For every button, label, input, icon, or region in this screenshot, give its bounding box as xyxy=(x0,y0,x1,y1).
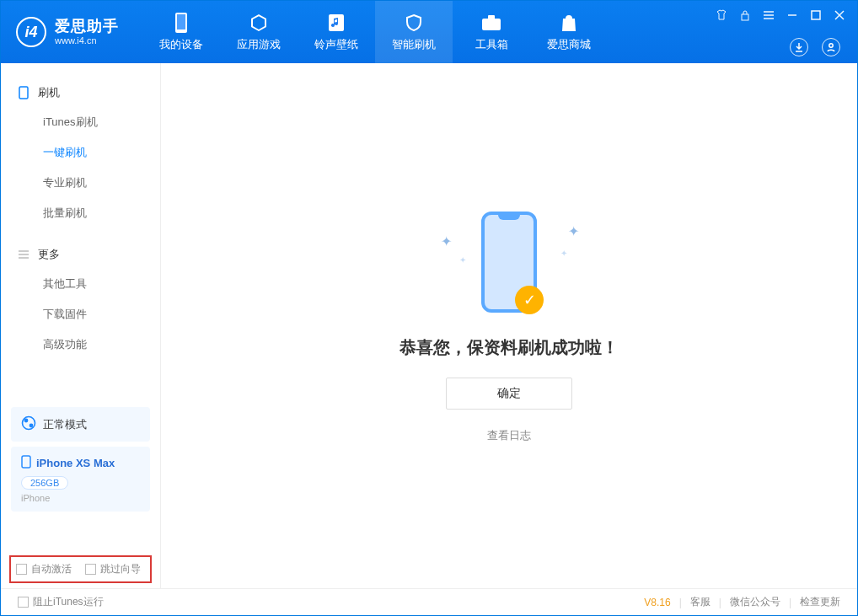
app-name: 爱思助手 xyxy=(55,19,119,35)
tab-smart-flash[interactable]: 智能刷机 xyxy=(375,1,453,63)
toolbox-icon xyxy=(480,12,502,34)
phone-icon xyxy=(170,12,192,34)
support-link[interactable]: 客服 xyxy=(690,595,711,609)
minimize-button[interactable] xyxy=(786,9,798,21)
device-type: iPhone xyxy=(21,493,140,503)
svg-point-18 xyxy=(23,417,35,430)
device-capacity: 256GB xyxy=(21,476,68,490)
svg-rect-1 xyxy=(177,14,185,29)
checkbox-skip-guide[interactable]: 跳过向导 xyxy=(85,562,141,576)
wechat-link[interactable]: 微信公众号 xyxy=(730,595,780,609)
sparkle-icon: ✦ xyxy=(441,233,452,249)
content-area: ✦ ✦ ✦ ✦ ✓ 恭喜您，保资料刷机成功啦！ 确定 查看日志 xyxy=(161,63,857,588)
logo-area: i4 爱思助手 www.i4.cn xyxy=(1,17,134,47)
sidebar-item-other-tools[interactable]: 其他工具 xyxy=(1,269,160,299)
tab-ringtones-wallpapers[interactable]: 铃声壁纸 xyxy=(298,1,375,63)
flash-options-highlight: 自动激活 跳过向导 xyxy=(9,555,152,583)
sparkle-icon: ✦ xyxy=(560,249,567,258)
device-phone-icon xyxy=(21,455,31,471)
svg-rect-5 xyxy=(742,14,748,20)
checkbox-auto-activate[interactable]: 自动激活 xyxy=(16,562,72,576)
status-bar: 阻止iTunes运行 V8.16 | 客服 | 微信公众号 | 检查更新 xyxy=(1,588,857,615)
svg-rect-14 xyxy=(19,87,28,99)
checkbox-block-itunes[interactable]: 阻止iTunes运行 xyxy=(18,595,104,609)
svg-rect-21 xyxy=(22,456,30,468)
success-check-icon: ✓ xyxy=(515,286,544,314)
version-label: V8.16 xyxy=(644,597,670,608)
device-card[interactable]: iPhone XS Max 256GB iPhone xyxy=(11,447,150,512)
svg-point-13 xyxy=(829,44,833,47)
user-icon[interactable] xyxy=(822,38,840,56)
maximize-button[interactable] xyxy=(810,9,822,21)
sidebar: 刷机 iTunes刷机 一键刷机 专业刷机 批量刷机 更多 其他工具 下载固件 … xyxy=(1,63,161,588)
logo-icon: i4 xyxy=(16,17,46,47)
sidebar-item-advanced[interactable]: 高级功能 xyxy=(1,329,160,360)
tab-my-device[interactable]: 我的设备 xyxy=(142,1,220,63)
svg-rect-3 xyxy=(482,19,501,30)
phone-small-icon xyxy=(18,87,29,99)
phone-illustration-icon: ✓ xyxy=(481,212,537,313)
tab-apps-games[interactable]: 应用游戏 xyxy=(220,1,298,63)
music-icon xyxy=(325,12,347,34)
view-log-link[interactable]: 查看日志 xyxy=(487,428,531,443)
tab-store[interactable]: 爱思商城 xyxy=(530,1,608,63)
ok-button[interactable]: 确定 xyxy=(446,378,572,410)
sidebar-group-more: 更多 xyxy=(1,240,160,269)
result-illustration: ✦ ✦ ✦ ✦ ✓ xyxy=(454,208,564,318)
svg-point-19 xyxy=(24,419,27,421)
list-icon xyxy=(18,249,29,260)
mode-card[interactable]: 正常模式 xyxy=(11,407,150,442)
check-update-link[interactable]: 检查更新 xyxy=(800,595,840,609)
lock-icon[interactable] xyxy=(739,9,751,21)
download-icon[interactable] xyxy=(790,38,808,56)
sidebar-group-flash: 刷机 xyxy=(1,78,160,107)
sidebar-item-itunes-flash[interactable]: iTunes刷机 xyxy=(1,107,160,137)
cube-icon xyxy=(248,12,270,34)
mode-icon xyxy=(21,415,36,433)
bag-icon xyxy=(558,12,580,34)
menu-icon[interactable] xyxy=(763,9,775,21)
sidebar-item-download-firmware[interactable]: 下载固件 xyxy=(1,299,160,329)
svg-point-20 xyxy=(29,424,32,426)
mode-label: 正常模式 xyxy=(43,417,87,432)
sidebar-item-onekey-flash[interactable]: 一键刷机 xyxy=(1,137,160,168)
svg-rect-10 xyxy=(812,11,820,19)
window-controls xyxy=(716,9,845,21)
sparkle-icon: ✦ xyxy=(568,223,579,239)
shirt-icon[interactable] xyxy=(716,9,727,21)
sidebar-item-batch-flash[interactable]: 批量刷机 xyxy=(1,198,160,228)
close-button[interactable] xyxy=(834,9,845,21)
sparkle-icon: ✦ xyxy=(459,255,466,265)
user-controls xyxy=(790,38,840,56)
sidebar-item-pro-flash[interactable]: 专业刷机 xyxy=(1,168,160,198)
app-url: www.i4.cn xyxy=(55,35,119,46)
device-name: iPhone XS Max xyxy=(36,457,115,469)
nav-tabs: 我的设备 应用游戏 铃声壁纸 智能刷机 工具箱 爱思商城 xyxy=(142,1,608,63)
tab-toolbox[interactable]: 工具箱 xyxy=(453,1,530,63)
titlebar: i4 爱思助手 www.i4.cn 我的设备 应用游戏 铃声壁纸 智能刷机 工具… xyxy=(1,1,857,63)
result-message: 恭喜您，保资料刷机成功啦！ xyxy=(400,336,619,359)
shield-icon xyxy=(403,12,425,34)
svg-rect-4 xyxy=(488,15,495,19)
